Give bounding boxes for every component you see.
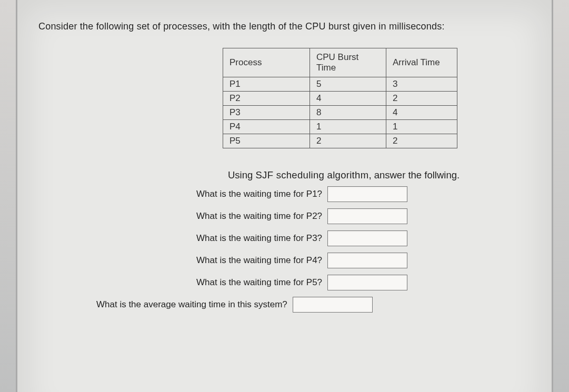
document-page: Consider the following set of processes,… xyxy=(16,0,553,392)
table-row: P2 4 2 xyxy=(223,92,457,106)
cell-process: P2 xyxy=(223,92,310,106)
table-header-row: Process CPU Burst Time Arrival Time xyxy=(223,48,457,77)
question-p2: What is the waiting time for P2? xyxy=(196,211,322,222)
question-p4: What is the waiting time for P4? xyxy=(196,255,322,266)
cell-arrival: 1 xyxy=(386,120,457,134)
cell-burst: 1 xyxy=(310,120,386,134)
question-p5: What is the waiting time for P5? xyxy=(196,277,322,288)
process-table-wrap: Process CPU Burst Time Arrival Time P1 5… xyxy=(223,48,552,148)
cell-burst: 5 xyxy=(310,77,386,92)
cell-process: P1 xyxy=(223,77,310,92)
cell-process: P3 xyxy=(223,106,310,120)
cell-process: P5 xyxy=(223,134,310,148)
intro-text: Consider the following set of processes,… xyxy=(38,21,552,32)
table-row: P3 8 4 xyxy=(223,106,457,120)
answer-p4-input[interactable] xyxy=(327,253,407,268)
question-average: What is the average waiting time in this… xyxy=(96,299,287,310)
question-p1: What is the waiting time for P1? xyxy=(196,189,322,199)
answer-p3-input[interactable] xyxy=(327,230,407,246)
subheading-suffix: , answer the follwing. xyxy=(368,169,460,180)
cell-arrival: 2 xyxy=(386,92,457,106)
header-process: Process xyxy=(223,48,310,77)
cell-process: P4 xyxy=(223,120,310,134)
process-table: Process CPU Burst Time Arrival Time P1 5… xyxy=(223,48,457,148)
table-row: P4 1 1 xyxy=(223,120,457,134)
table-row: P5 2 2 xyxy=(223,134,457,148)
answer-average-input[interactable] xyxy=(293,297,373,313)
sub-heading: Using SJF scheduling algorithm, answer t… xyxy=(228,169,552,181)
table-row: P1 5 3 xyxy=(223,77,457,92)
subheading-prefix: Using xyxy=(228,169,255,180)
cell-burst: 2 xyxy=(310,134,386,148)
cell-arrival: 4 xyxy=(386,106,457,120)
cell-arrival: 2 xyxy=(386,134,457,148)
question-p3: What is the waiting time for P3? xyxy=(196,233,322,244)
cell-burst: 4 xyxy=(310,92,386,106)
header-arrival: Arrival Time xyxy=(386,48,457,77)
answer-p2-input[interactable] xyxy=(327,208,407,224)
subheading-algo: SJF scheduling algorithm xyxy=(255,169,368,180)
header-burst: CPU Burst Time xyxy=(310,48,386,77)
cell-burst: 8 xyxy=(310,106,386,120)
answer-p1-input[interactable] xyxy=(327,186,407,202)
cell-arrival: 3 xyxy=(386,77,457,92)
answer-p5-input[interactable] xyxy=(327,275,407,290)
